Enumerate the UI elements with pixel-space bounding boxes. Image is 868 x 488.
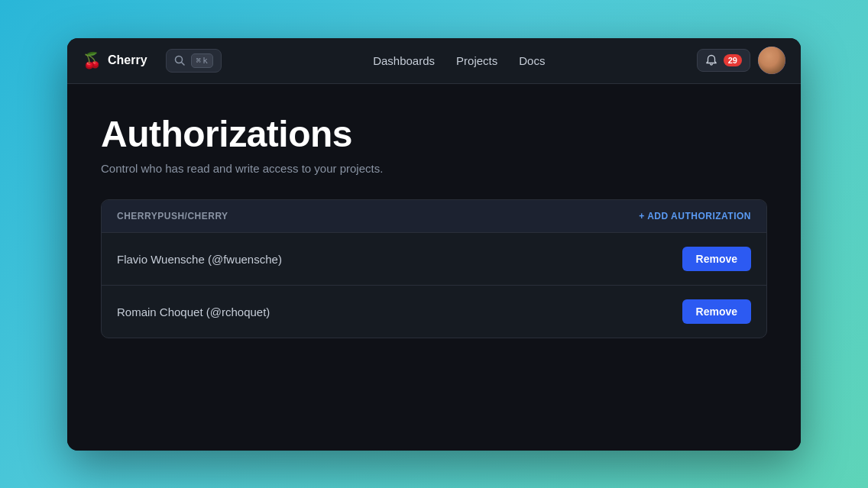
page-subtitle: Control who has read and write access to…	[101, 162, 767, 175]
shortcut-modifier: ⌘	[196, 56, 202, 66]
cherry-icon: 🍒	[83, 51, 102, 69]
auth-user-name-2: Romain Choquet (@rchoquet)	[117, 305, 270, 318]
auth-table-header: CHERRYPUSH/CHERRY + ADD AUTHORIZATION	[102, 200, 766, 233]
nav-docs[interactable]: Docs	[519, 54, 545, 67]
app-window: 🍒 Cherry ⌘k Dashboards Projects Docs	[67, 38, 801, 451]
notification-button[interactable]: 29	[697, 49, 750, 72]
svg-line-1	[181, 63, 184, 66]
search-bar[interactable]: ⌘k	[166, 49, 222, 73]
nav-dashboards[interactable]: Dashboards	[373, 54, 435, 67]
search-icon	[174, 55, 185, 66]
notification-count: 29	[724, 54, 742, 66]
nav-projects[interactable]: Projects	[456, 54, 497, 67]
remove-user-1-button[interactable]: Remove	[682, 247, 751, 271]
main-content: Authorizations Control who has read and …	[67, 84, 801, 451]
navbar-actions: 29	[697, 47, 785, 74]
auth-user-name-1: Flavio Wuensche (@fwuensche)	[117, 253, 282, 266]
auth-row: Romain Choquet (@rchoquet) Remove	[102, 286, 766, 338]
user-avatar[interactable]	[758, 47, 785, 74]
page-title: Authorizations	[101, 115, 767, 155]
brand-name: Cherry	[108, 53, 147, 67]
brand-logo[interactable]: 🍒 Cherry	[83, 51, 147, 69]
repo-label: CHERRYPUSH/CHERRY	[117, 211, 228, 221]
add-authorization-button[interactable]: + ADD AUTHORIZATION	[639, 211, 751, 221]
shortcut-key: k	[202, 56, 208, 66]
bell-icon	[705, 54, 717, 66]
auth-row: Flavio Wuensche (@fwuensche) Remove	[102, 233, 766, 286]
search-shortcut: ⌘k	[191, 53, 213, 68]
remove-user-2-button[interactable]: Remove	[682, 299, 751, 324]
navbar: 🍒 Cherry ⌘k Dashboards Projects Docs	[67, 38, 801, 84]
auth-table: CHERRYPUSH/CHERRY + ADD AUTHORIZATION Fl…	[101, 199, 767, 338]
main-nav: Dashboards Projects Docs	[240, 54, 679, 67]
avatar-image	[758, 47, 785, 74]
